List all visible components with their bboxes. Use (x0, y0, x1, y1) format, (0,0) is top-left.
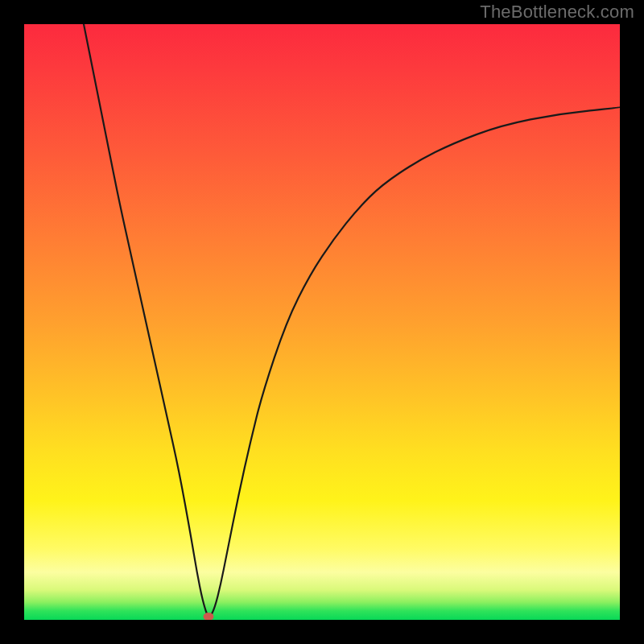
minimum-marker (204, 613, 214, 620)
curve-path (84, 24, 620, 617)
bottleneck-curve (24, 24, 620, 620)
chart-frame: TheBottleneck.com (0, 0, 644, 644)
watermark-text: TheBottleneck.com (480, 2, 634, 23)
plot-area (24, 24, 620, 620)
